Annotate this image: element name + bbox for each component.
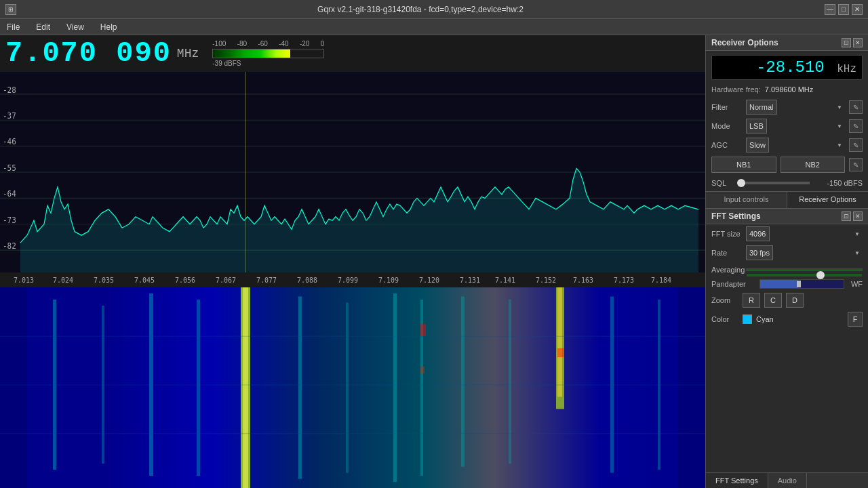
svg-text:-46: -46 — [3, 137, 16, 147]
tab-receiver-options[interactable]: Receiver Options — [787, 192, 868, 208]
averaging-slider-container — [746, 264, 863, 275]
agc-row: AGC Slow ✎ — [706, 136, 868, 155]
receiver-options-title: Receiver Options — [711, 38, 778, 47]
receiver-options-close-btn[interactable]: ✕ — [853, 38, 863, 47]
maximize-button[interactable]: □ — [838, 4, 849, 15]
averaging-slider[interactable] — [747, 274, 862, 277]
pandapter-thumb[interactable] — [797, 281, 801, 287]
agc-label: AGC — [711, 141, 742, 149]
zoom-label: Zoom — [711, 296, 738, 304]
mode-select[interactable]: LSB — [746, 119, 767, 134]
agc-select[interactable]: Slow — [746, 138, 769, 152]
svg-text:7.109: 7.109 — [378, 277, 399, 284]
main-content: 7.070 090 MHz -100 -80 -60 -40 -20 0 -39… — [0, 35, 868, 488]
waterfall-canvas — [0, 287, 705, 488]
pandapter-label: Pandapter — [711, 280, 755, 288]
svg-text:7.045: 7.045 — [134, 277, 155, 284]
waterfall-svg — [0, 287, 705, 488]
bottom-tab-audio[interactable]: Audio — [768, 473, 807, 488]
svg-text:7.088: 7.088 — [297, 277, 317, 284]
frequency-axis: 7.013 7.024 7.035 7.045 7.056 7.067 7.07… — [0, 272, 705, 287]
zoom-d-button[interactable]: D — [786, 293, 804, 308]
titlebar-controls: — □ ✕ — [825, 4, 863, 15]
filter-edit-btn[interactable]: ✎ — [849, 100, 863, 114]
svg-rect-53 — [0, 287, 27, 488]
svg-rect-45 — [298, 296, 302, 479]
mode-row: Mode LSB ✎ — [706, 117, 868, 136]
svg-rect-46 — [346, 302, 349, 472]
fft-settings-title: FFT Settings — [711, 211, 761, 221]
sql-slider[interactable] — [737, 182, 810, 184]
fft-size-select-wrapper: 4096 — [746, 226, 863, 241]
menubar: File Edit View Help — [0, 19, 868, 35]
svg-text:7.056: 7.056 — [175, 277, 195, 284]
svg-rect-60 — [420, 367, 425, 374]
menu-view[interactable]: View — [62, 21, 88, 33]
svg-rect-59 — [557, 348, 564, 357]
signal-dbfs: -39 dBFS — [212, 60, 324, 67]
svg-rect-44 — [197, 300, 200, 476]
fft-size-select[interactable]: 4096 — [746, 226, 770, 241]
svg-text:7.131: 7.131 — [460, 277, 480, 284]
filter-label: Filter — [711, 103, 742, 111]
svg-text:7.141: 7.141 — [495, 277, 515, 284]
fft-settings-undock-btn[interactable]: ⊡ — [842, 211, 851, 221]
receiver-options-undock-btn[interactable]: ⊡ — [842, 38, 851, 47]
color-row: Color Cyan F — [706, 310, 868, 329]
agc-edit-btn[interactable]: ✎ — [849, 138, 863, 152]
svg-text:7.152: 7.152 — [536, 277, 556, 284]
spectrum-svg: -28 -37 -46 -55 -64 -73 -82 — [0, 72, 705, 272]
svg-text:-55: -55 — [3, 163, 16, 173]
svg-rect-50 — [509, 300, 511, 464]
menu-help[interactable]: Help — [96, 21, 121, 33]
svg-rect-42 — [102, 306, 104, 464]
svg-text:7.163: 7.163 — [573, 277, 593, 284]
pandapter-row: Pandapter WF — [706, 277, 868, 291]
tab-input-controls[interactable]: Input controls — [706, 192, 787, 208]
svg-rect-56 — [0, 385, 705, 386]
mode-edit-btn[interactable]: ✎ — [849, 119, 863, 133]
zoom-c-button[interactable]: C — [764, 293, 782, 308]
svg-text:7.077: 7.077 — [256, 277, 277, 284]
svg-rect-57 — [0, 433, 705, 434]
fft-settings-close-btn[interactable]: ✕ — [853, 211, 863, 221]
spectrum-area: 7.070 090 MHz -100 -80 -60 -40 -20 0 -39… — [0, 35, 705, 488]
color-name: Cyan — [756, 315, 844, 323]
svg-rect-52 — [658, 300, 660, 470]
zoom-r-button[interactable]: R — [743, 293, 760, 308]
pandapter-fill — [760, 280, 797, 288]
receiver-options-header: Receiver Options ⊡ ✕ — [706, 35, 868, 51]
hardware-freq-value: 7.098600 MHz — [765, 85, 814, 94]
sql-label: SQL — [711, 179, 732, 187]
svg-rect-55 — [0, 336, 705, 337]
nb1-button[interactable]: NB1 — [711, 157, 776, 173]
bottom-tab-fft-settings[interactable]: FFT Settings — [706, 473, 768, 488]
svg-rect-41 — [53, 300, 56, 470]
nb2-button[interactable]: NB2 — [781, 157, 846, 173]
nb-row: NB1 NB2 ✎ — [706, 155, 868, 175]
svg-rect-54 — [678, 287, 705, 488]
menu-edit[interactable]: Edit — [32, 21, 54, 33]
freq-offset-unit: kHz — [837, 63, 856, 75]
fft-size-label: FFT size — [711, 230, 742, 238]
filter-select[interactable]: Normal — [746, 100, 777, 115]
svg-rect-36 — [0, 287, 705, 488]
pandapter-slider[interactable] — [760, 279, 844, 289]
color-swatch — [743, 314, 752, 324]
averaging-label: Averaging — [711, 266, 742, 274]
nb-edit-btn[interactable]: ✎ — [849, 158, 863, 171]
mode-select-wrapper: LSB — [746, 119, 845, 134]
svg-text:7.173: 7.173 — [614, 277, 634, 284]
averaging-row: Averaging — [706, 262, 868, 277]
menu-file[interactable]: File — [3, 21, 24, 33]
close-button[interactable]: ✕ — [852, 4, 863, 15]
rate-select[interactable]: 30 fps — [746, 245, 773, 260]
svg-text:7.013: 7.013 — [14, 277, 34, 284]
minimize-button[interactable]: — — [825, 4, 835, 15]
spectrum-canvas: -28 -37 -46 -55 -64 -73 -82 — [0, 72, 705, 272]
titlebar-title: Gqrx v2.1-git-318-g31420fda - fcd=0,type… — [16, 5, 825, 14]
fft-settings-section: FFT Settings ⊡ ✕ FFT size 4096 Rate — [706, 209, 868, 472]
svg-text:7.099: 7.099 — [338, 277, 358, 284]
f-button[interactable]: F — [848, 312, 863, 327]
svg-text:-82: -82 — [3, 241, 16, 251]
